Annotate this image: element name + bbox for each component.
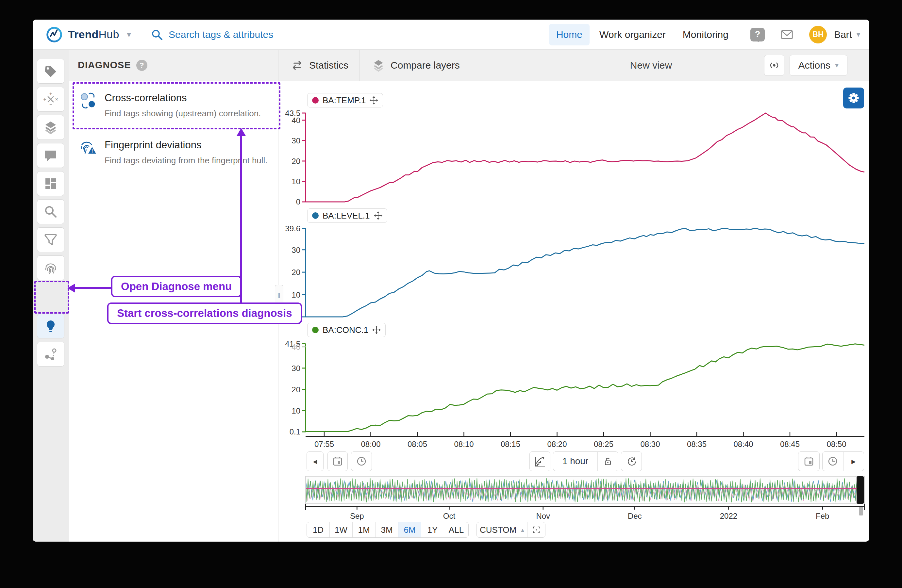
svg-text:08:40: 08:40	[733, 440, 753, 449]
chart-type-button[interactable]	[529, 452, 550, 471]
svg-text:39.6: 39.6	[285, 224, 300, 233]
range-1w[interactable]: 1W	[330, 522, 352, 537]
tag-chip-label: BA:LEVEL.1	[323, 211, 370, 221]
series-color-dot	[312, 97, 319, 103]
svg-text:08:05: 08:05	[407, 440, 427, 449]
svg-text:10: 10	[291, 407, 300, 415]
lock-resolution-button[interactable]	[597, 452, 618, 471]
svg-text:08:45: 08:45	[780, 440, 800, 449]
clock-icon	[827, 455, 839, 467]
svg-text:08:50: 08:50	[827, 440, 846, 449]
resolution-button[interactable]: 1 hour	[553, 452, 597, 471]
move-icon[interactable]	[370, 96, 378, 105]
range-6m[interactable]: 6M	[398, 522, 421, 537]
callout-open-diagnose-menu: Open Diagnose menu	[111, 276, 241, 297]
clock-start-button[interactable]	[351, 452, 372, 471]
calendar-start-button[interactable]	[327, 452, 348, 471]
svg-text:20: 20	[291, 385, 300, 394]
calendar-icon	[803, 455, 815, 467]
step-chart-icon	[533, 455, 547, 468]
custom-range-group: CUSTOM ▴	[476, 522, 545, 538]
calendar-icon	[332, 455, 343, 467]
svg-text:08:35: 08:35	[687, 440, 706, 449]
move-icon[interactable]	[374, 211, 382, 220]
series-color-dot	[312, 327, 319, 333]
svg-text:07:55: 07:55	[315, 440, 334, 449]
resolution-control: 1 hour	[553, 452, 619, 471]
range-all[interactable]: ALL	[444, 522, 468, 537]
series-color-dot	[312, 212, 319, 219]
svg-text:0: 0	[296, 197, 300, 206]
calendar-end-button[interactable]	[798, 452, 820, 471]
end-time-controls: ▸	[822, 452, 864, 471]
svg-text:Sep: Sep	[350, 511, 364, 521]
svg-text:10: 10	[291, 177, 300, 186]
svg-text:20: 20	[291, 268, 300, 277]
svg-text:30: 30	[291, 364, 300, 373]
custom-label: CUSTOM	[480, 525, 516, 535]
svg-text:10: 10	[291, 291, 300, 299]
svg-text:Nov: Nov	[536, 511, 550, 521]
svg-text:40: 40	[291, 342, 300, 352]
svg-text:30: 30	[291, 136, 300, 145]
tag-chip-level[interactable]: BA:LEVEL.1	[307, 208, 387, 223]
range-3m[interactable]: 3M	[376, 522, 398, 537]
svg-text:20: 20	[291, 157, 300, 166]
range-1y[interactable]: 1Y	[421, 522, 444, 537]
svg-text:08:20: 08:20	[547, 440, 567, 449]
gear-icon	[846, 91, 861, 105]
range-1m[interactable]: 1M	[352, 522, 376, 537]
move-icon[interactable]	[372, 326, 381, 334]
fit-screen-icon	[531, 525, 541, 535]
pan-left-button[interactable]: ◂	[307, 452, 324, 471]
clock-icon	[355, 455, 367, 467]
svg-text:08:30: 08:30	[640, 440, 660, 449]
svg-text:Feb: Feb	[816, 511, 829, 521]
left-triangle-icon: ◂	[313, 457, 317, 466]
svg-text:30: 30	[291, 246, 300, 255]
svg-text:08:10: 08:10	[454, 440, 474, 449]
svg-text:Dec: Dec	[628, 511, 642, 521]
svg-text:08:00: 08:00	[361, 440, 381, 449]
svg-text:08:15: 08:15	[501, 440, 520, 449]
collapse-caret-icon: ▴	[521, 526, 524, 534]
screenshot-frame: 43.510203040039.6102030041.5102030400.10…	[0, 0, 902, 588]
history-button[interactable]	[621, 452, 642, 471]
chart-settings-button[interactable]	[843, 88, 864, 108]
fit-screen-button[interactable]	[528, 522, 545, 537]
range-1d[interactable]: 1D	[307, 522, 330, 537]
trendhub-app-window: 43.510203040039.6102030041.5102030400.10…	[33, 20, 869, 542]
time-range-group: 1D 1W 1M 3M 6M 1Y ALL	[307, 522, 469, 538]
tag-chip-conc[interactable]: BA:CONC.1	[307, 323, 386, 337]
svg-text:08:25: 08:25	[594, 440, 614, 449]
tag-chip-temp[interactable]: BA:TEMP.1	[307, 93, 383, 108]
svg-text:Oct: Oct	[443, 511, 456, 521]
pan-right-button[interactable]: ▸	[843, 452, 864, 471]
tag-chip-label: BA:CONC.1	[323, 325, 368, 335]
svg-text:40: 40	[291, 116, 300, 125]
custom-range-button[interactable]: CUSTOM ▴	[477, 522, 528, 537]
right-triangle-icon: ▸	[851, 457, 856, 466]
clock-end-button[interactable]	[822, 452, 843, 471]
svg-text:2022: 2022	[720, 511, 737, 521]
svg-text:0.1: 0.1	[290, 427, 300, 436]
callout-start-diagnosis: Start cross-correlations diagnosis	[107, 302, 302, 324]
lock-icon	[602, 456, 614, 467]
history-icon	[625, 455, 637, 467]
tag-chip-label: BA:TEMP.1	[323, 95, 366, 105]
